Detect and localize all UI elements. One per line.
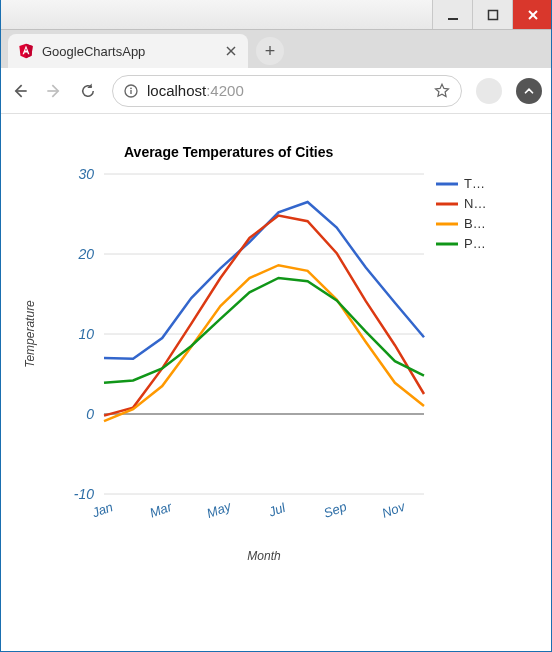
browser-toolbar: localhost:4200 — [0, 68, 552, 114]
series-line — [104, 216, 424, 416]
chart-title: Average Temperatures of Cities — [14, 144, 538, 160]
minimize-button[interactable] — [432, 0, 472, 29]
svg-text:-10: -10 — [74, 486, 94, 502]
url-text: localhost:4200 — [147, 82, 425, 99]
tab-strip: GoogleChartsApp + — [0, 30, 552, 68]
legend-label: P… — [464, 236, 486, 251]
site-info-icon[interactable] — [123, 83, 139, 99]
arrow-right-icon — [44, 81, 64, 101]
arrow-left-icon — [10, 81, 30, 101]
close-icon — [526, 8, 540, 22]
chart-container: Average Temperatures of Cities -10010203… — [14, 144, 538, 574]
legend-label: N… — [464, 196, 486, 211]
series-line — [104, 278, 424, 383]
svg-text:Mar: Mar — [148, 499, 175, 521]
svg-text:Jan: Jan — [89, 499, 115, 521]
legend-label: T… — [464, 176, 485, 191]
tab-title: GoogleChartsApp — [42, 44, 216, 59]
svg-text:Sep: Sep — [322, 499, 349, 521]
legend-label: B… — [464, 216, 486, 231]
line-chart: -100102030JanMarMayJulSepNovMonthTempera… — [14, 164, 534, 574]
maximize-button[interactable] — [472, 0, 512, 29]
svg-text:May: May — [205, 498, 235, 521]
forward-button[interactable] — [44, 81, 64, 101]
maximize-icon — [486, 8, 500, 22]
page-content: Average Temperatures of Cities -10010203… — [0, 114, 552, 652]
extension-button[interactable] — [516, 78, 542, 104]
svg-text:Jul: Jul — [266, 500, 289, 521]
reload-button[interactable] — [78, 81, 98, 101]
reload-icon — [79, 82, 97, 100]
y-axis-label: Temperature — [23, 300, 37, 368]
url-port: :4200 — [206, 82, 244, 99]
svg-text:0: 0 — [86, 406, 94, 422]
url-host: localhost — [147, 82, 206, 99]
tab-close-icon[interactable] — [224, 44, 238, 58]
x-axis-label: Month — [247, 549, 281, 563]
browser-tab[interactable]: GoogleChartsApp — [8, 34, 248, 68]
profile-avatar-button[interactable] — [476, 78, 502, 104]
svg-text:30: 30 — [78, 166, 94, 182]
window-titlebar — [0, 0, 552, 30]
svg-rect-1 — [488, 10, 497, 19]
new-tab-button[interactable]: + — [256, 37, 284, 65]
minimize-icon — [446, 8, 460, 22]
address-bar[interactable]: localhost:4200 — [112, 75, 462, 107]
svg-rect-13 — [130, 90, 131, 94]
chevron-up-icon — [522, 84, 536, 98]
svg-text:20: 20 — [77, 246, 94, 262]
close-button[interactable] — [512, 0, 552, 29]
bookmark-star-icon[interactable] — [433, 82, 451, 100]
angular-icon — [18, 43, 34, 59]
svg-text:Nov: Nov — [380, 498, 408, 521]
svg-text:10: 10 — [78, 326, 94, 342]
back-button[interactable] — [10, 81, 30, 101]
svg-point-12 — [130, 87, 132, 89]
